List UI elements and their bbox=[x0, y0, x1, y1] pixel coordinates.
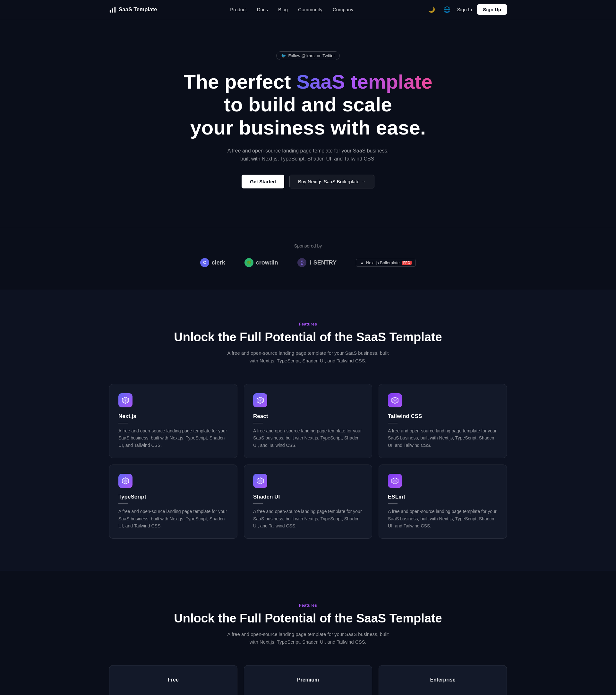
feature-card-react: React A free and open-source landing pag… bbox=[244, 384, 372, 458]
crowdin-text: crowdin bbox=[256, 259, 278, 266]
clerk-text: clerk bbox=[212, 259, 225, 266]
feature-title-shadcn: Shadcn UI bbox=[253, 494, 363, 500]
nav-actions: 🌙 🌐 Sign In Sign Up bbox=[426, 4, 507, 15]
feature-icon-typescript bbox=[118, 474, 133, 488]
logo[interactable]: SaaS Template bbox=[109, 6, 157, 13]
sentry-text: ⌇ SENTRY bbox=[309, 259, 337, 266]
features-section-title: Unlock the Full Potential of the SaaS Te… bbox=[109, 330, 507, 344]
pricing-section-subtitle: A free and open-source landing page temp… bbox=[225, 630, 391, 646]
feature-desc-typescript: A free and open-source landing page temp… bbox=[118, 508, 228, 529]
features-grid: Next.js A free and open-source landing p… bbox=[109, 384, 507, 539]
pricing-card-free: Free $0/month For individuals Get Starte… bbox=[109, 665, 237, 695]
feature-divider-typescript bbox=[118, 503, 128, 504]
feature-title-typescript: TypeScript bbox=[118, 494, 228, 500]
signin-button[interactable]: Sign In bbox=[457, 7, 472, 12]
pricing-card-enterprise: Enterprise $199/month For industry leade… bbox=[379, 665, 507, 695]
pricing-grid: Free $0/month For individuals Get Starte… bbox=[109, 665, 507, 695]
nav-community[interactable]: Community bbox=[298, 7, 322, 12]
feature-divider-eslint bbox=[388, 503, 398, 504]
hero-title-template: template bbox=[351, 71, 433, 93]
hero-boilerplate-button[interactable]: Buy Next.js SaaS Boilerplate → bbox=[289, 175, 374, 188]
sponsors-logos: C clerk 🌿 crowdin ⟨⟩ ⌇ SENTRY ▲ Next.js … bbox=[6, 258, 610, 267]
pricing-card-premium: Premium $79/month For small teams Get St… bbox=[244, 665, 372, 695]
features-section-label: Features bbox=[109, 322, 507, 326]
theme-toggle-button[interactable]: 🌙 bbox=[426, 4, 437, 15]
signup-button[interactable]: Sign Up bbox=[477, 4, 507, 15]
logo-icon bbox=[109, 6, 116, 13]
features-section-subtitle: A free and open-source landing page temp… bbox=[225, 349, 391, 365]
cube-icon-4 bbox=[122, 477, 129, 485]
feature-desc-react: A free and open-source landing page temp… bbox=[253, 427, 363, 449]
hero-title-saas: SaaS bbox=[297, 71, 351, 93]
hero-title: The perfect SaaS template to build and s… bbox=[180, 70, 436, 139]
feature-title-tailwind: Tailwind CSS bbox=[388, 413, 498, 420]
feature-divider-shadcn bbox=[253, 503, 263, 504]
nextjs-badge: PRO bbox=[402, 261, 412, 265]
nextjs-icon: ▲ bbox=[360, 260, 364, 265]
pricing-name-free: Free bbox=[120, 677, 227, 683]
nav-product[interactable]: Product bbox=[230, 7, 247, 12]
cube-icon-3 bbox=[391, 396, 399, 404]
feature-title-nextjs: Next.js bbox=[118, 413, 228, 420]
pricing-price-free: $0/month bbox=[120, 688, 227, 695]
hero-section: 🐦 Follow @lxartz on Twitter The perfect … bbox=[0, 19, 616, 227]
feature-title-react: React bbox=[253, 413, 363, 420]
feature-divider-nextjs bbox=[118, 423, 128, 423]
feature-card-eslint: ESLint A free and open-source landing pa… bbox=[379, 464, 507, 539]
sponsor-sentry: ⟨⟩ ⌇ SENTRY bbox=[297, 258, 337, 267]
features-section: Features Unlock the Full Potential of th… bbox=[0, 290, 616, 571]
pricing-name-enterprise: Enterprise bbox=[389, 677, 496, 683]
nav-blog[interactable]: Blog bbox=[278, 7, 288, 12]
svg-rect-0 bbox=[110, 10, 111, 12]
sponsor-nextjs: ▲ Next.js Boilerplate PRO bbox=[356, 259, 416, 267]
logo-text: SaaS Template bbox=[119, 6, 157, 13]
sponsor-crowdin: 🌿 crowdin bbox=[245, 258, 278, 267]
pricing-name-premium: Premium bbox=[254, 677, 362, 683]
hero-title-pre: The perfect bbox=[183, 71, 291, 93]
hero-badge-text: Follow @lxartz on Twitter bbox=[288, 53, 335, 58]
sponsors-label: Sponsored by bbox=[6, 243, 610, 249]
crowdin-icon: 🌿 bbox=[245, 258, 253, 267]
feature-card-tailwind: Tailwind CSS A free and open-source land… bbox=[379, 384, 507, 458]
hero-badge[interactable]: 🐦 Follow @lxartz on Twitter bbox=[276, 51, 339, 60]
feature-icon-nextjs bbox=[118, 393, 133, 407]
pricing-section-title: Unlock the Full Potential of the SaaS Te… bbox=[109, 612, 507, 625]
sentry-icon: ⟨⟩ bbox=[297, 258, 306, 267]
feature-desc-eslint: A free and open-source landing page temp… bbox=[388, 508, 498, 529]
pricing-section-label: Features bbox=[109, 603, 507, 608]
feature-title-eslint: ESLint bbox=[388, 494, 498, 500]
feature-desc-nextjs: A free and open-source landing page temp… bbox=[118, 427, 228, 449]
feature-card-shadcn: Shadcn UI A free and open-source landing… bbox=[244, 464, 372, 539]
pricing-price-enterprise: $199/month bbox=[389, 688, 496, 695]
language-toggle-button[interactable]: 🌐 bbox=[442, 4, 452, 15]
hero-get-started-button[interactable]: Get Started bbox=[242, 175, 284, 188]
feature-divider-tailwind bbox=[388, 423, 398, 423]
feature-icon-shadcn bbox=[253, 474, 267, 488]
svg-rect-2 bbox=[115, 6, 116, 12]
hero-buttons: Get Started Buy Next.js SaaS Boilerplate… bbox=[6, 175, 610, 188]
hero-title-post: to build and scaleyour business with eas… bbox=[190, 94, 426, 138]
cube-icon-5 bbox=[256, 477, 264, 485]
svg-rect-1 bbox=[112, 9, 113, 13]
hero-subtitle: A free and open-source landing page temp… bbox=[225, 147, 391, 163]
clerk-icon: C bbox=[200, 258, 209, 267]
cube-icon-2 bbox=[256, 396, 264, 404]
nav-company[interactable]: Company bbox=[333, 7, 353, 12]
sponsors-section: Sponsored by C clerk 🌿 crowdin ⟨⟩ ⌇ SENT… bbox=[0, 227, 616, 290]
pricing-price-premium: $79/month bbox=[254, 688, 362, 695]
pricing-section: Features Unlock the Full Potential of th… bbox=[0, 571, 616, 695]
nextjs-text: Next.js Boilerplate bbox=[366, 260, 400, 265]
cube-icon bbox=[122, 396, 129, 404]
feature-icon-eslint bbox=[388, 474, 402, 488]
feature-divider-react bbox=[253, 423, 263, 423]
nav-docs[interactable]: Docs bbox=[257, 7, 268, 12]
nav-links: Product Docs Blog Community Company bbox=[230, 7, 353, 12]
sponsor-clerk: C clerk bbox=[200, 258, 225, 267]
feature-card-nextjs: Next.js A free and open-source landing p… bbox=[109, 384, 237, 458]
feature-desc-shadcn: A free and open-source landing page temp… bbox=[253, 508, 363, 529]
feature-icon-tailwind bbox=[388, 393, 402, 407]
twitter-icon: 🐦 bbox=[281, 53, 286, 58]
cube-icon-6 bbox=[391, 477, 399, 485]
navbar: SaaS Template Product Docs Blog Communit… bbox=[0, 0, 616, 19]
feature-desc-tailwind: A free and open-source landing page temp… bbox=[388, 427, 498, 449]
